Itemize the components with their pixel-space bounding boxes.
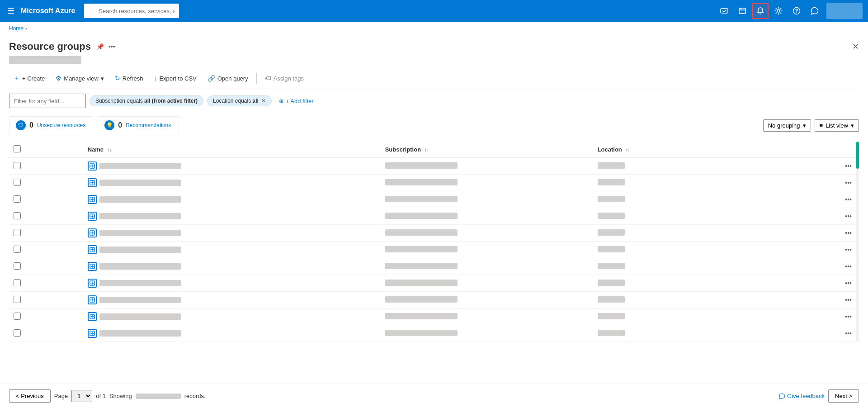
notifications-icon[interactable] <box>752 3 769 19</box>
row-name-blurred[interactable] <box>99 297 181 303</box>
pin-icon[interactable]: 📌 <box>95 42 105 51</box>
row-checkbox-4[interactable] <box>14 229 21 236</box>
refresh-button[interactable]: ↻ Refresh <box>110 72 148 85</box>
table-row: ••• <box>9 158 859 175</box>
filter-tag-location-close[interactable]: ✕ <box>261 98 266 104</box>
row-name-blurred[interactable] <box>99 330 181 337</box>
row-name-blurred[interactable] <box>99 196 181 203</box>
breadcrumb-home[interactable]: Home <box>9 25 24 32</box>
row-actions-button[interactable]: ••• <box>842 178 854 187</box>
name-sort-icon[interactable]: ↑↓ <box>107 147 112 152</box>
row-name-blurred[interactable] <box>99 180 181 186</box>
directory-icon[interactable] <box>734 3 750 19</box>
page-select[interactable]: 1 <box>71 390 92 402</box>
create-button[interactable]: ＋ + Create <box>9 71 49 85</box>
table-row: ••• <box>9 208 859 225</box>
table-row: ••• <box>9 325 859 342</box>
filter-tag-location[interactable]: Location equals all ✕ <box>207 95 272 106</box>
help-icon[interactable] <box>788 3 805 19</box>
total-pages: of 1 <box>96 393 106 399</box>
row-actions-button[interactable]: ••• <box>842 161 854 171</box>
export-csv-button[interactable]: ↓ Export to CSV <box>149 72 201 85</box>
recommend-card-icon: 💡 <box>104 120 114 130</box>
row-name-blurred[interactable] <box>99 213 181 219</box>
row-checkbox-9[interactable] <box>14 313 21 320</box>
search-wrapper: 🔍 <box>84 4 392 18</box>
view-label: List view <box>826 122 848 129</box>
location-column-header[interactable]: Location ↑↓ <box>593 142 763 158</box>
recommendations-card[interactable]: 💡 0 Recommendations <box>98 116 179 134</box>
subtitle-bar <box>9 56 81 64</box>
settings-icon[interactable] <box>770 3 787 19</box>
row-checkbox-6[interactable] <box>14 262 21 270</box>
row-checkbox-1[interactable] <box>14 179 21 186</box>
grouping-dropdown[interactable]: No grouping ▾ <box>763 119 811 132</box>
open-query-button[interactable]: 🔗 Open query <box>203 72 253 85</box>
manage-view-button[interactable]: ⚙ Manage view ▾ <box>51 72 108 85</box>
row-name-blurred[interactable] <box>99 230 181 236</box>
row-actions-button[interactable]: ••• <box>842 312 854 321</box>
row-checkbox-7[interactable] <box>14 279 21 286</box>
resource-icon <box>88 178 97 187</box>
row-actions-button[interactable]: ••• <box>842 228 854 237</box>
previous-button[interactable]: < Previous <box>9 389 51 403</box>
row-actions-button[interactable]: ••• <box>842 262 854 271</box>
row-name-blurred[interactable] <box>99 280 181 286</box>
assign-tags-button[interactable]: 🏷 Assign tags <box>260 72 308 85</box>
row-actions-button[interactable]: ••• <box>842 212 854 221</box>
row-name-blurred[interactable] <box>99 263 181 270</box>
row-name-blurred[interactable] <box>99 163 181 169</box>
hamburger-menu[interactable]: ☰ <box>5 4 16 18</box>
toolbar: ＋ + Create ⚙ Manage view ▾ ↻ Refresh ↓ E… <box>9 68 859 89</box>
subscription-sort-icon[interactable]: ↑↓ <box>425 147 429 152</box>
cloud-shell-icon[interactable] <box>716 3 732 19</box>
location-sort-icon[interactable]: ↑↓ <box>625 147 630 152</box>
table-header-row: Name ↑↓ Subscription ↑↓ Location ↑↓ <box>9 142 859 158</box>
row-checkbox-8[interactable] <box>14 296 21 303</box>
user-avatar[interactable] <box>826 3 863 19</box>
select-all-checkbox[interactable] <box>14 145 21 152</box>
row-name-cell <box>88 161 376 171</box>
search-input[interactable] <box>84 4 179 18</box>
filter-tag-subscription[interactable]: Subscription equals all (from active fil… <box>90 95 203 106</box>
row-checkbox-3[interactable] <box>14 212 21 219</box>
scrollbar-track[interactable] <box>856 142 859 342</box>
select-all-header[interactable] <box>9 142 83 158</box>
row-location-blurred <box>598 280 625 286</box>
unsecure-label[interactable]: Unsecure resources <box>37 122 85 128</box>
add-filter-button[interactable]: ⊕ + Add filter <box>275 96 317 106</box>
row-name-cell <box>88 279 376 288</box>
resource-icon <box>88 195 97 204</box>
pagination-bar: < Previous Page 1 of 1 Showing records. … <box>0 384 868 407</box>
feedback-icon[interactable] <box>807 3 823 19</box>
row-actions-button[interactable]: ••• <box>842 245 854 254</box>
grouping-chevron: ▾ <box>803 122 806 129</box>
row-subscription-blurred <box>385 330 458 336</box>
close-button[interactable]: ✕ <box>852 42 859 52</box>
row-name-cell <box>88 329 376 338</box>
unsecure-resources-card[interactable]: 🛡 0 Unsecure resources <box>9 116 92 134</box>
row-checkbox-0[interactable] <box>14 162 21 169</box>
view-dropdown[interactable]: ≡ List view ▾ <box>815 119 859 132</box>
scrollbar-thumb[interactable] <box>856 142 859 169</box>
name-column-header[interactable]: Name ↑↓ <box>83 142 381 158</box>
row-actions-button[interactable]: ••• <box>842 195 854 204</box>
toolbar-divider <box>256 73 257 84</box>
filter-input[interactable] <box>9 94 86 108</box>
row-actions-button[interactable]: ••• <box>842 295 854 304</box>
row-name-blurred[interactable] <box>99 247 181 253</box>
row-actions-button[interactable]: ••• <box>842 329 854 338</box>
table-row: ••• <box>9 175 859 191</box>
row-actions-button[interactable]: ••• <box>842 279 854 288</box>
subscription-column-header[interactable]: Subscription ↑↓ <box>381 142 593 158</box>
row-location-blurred <box>598 246 625 252</box>
next-button[interactable]: Next > <box>828 389 859 403</box>
feedback-button[interactable]: Give feedback <box>779 393 825 399</box>
row-name-blurred[interactable] <box>99 313 181 320</box>
row-checkbox-5[interactable] <box>14 246 21 253</box>
more-options-icon[interactable]: ••• <box>108 42 116 51</box>
recommend-label[interactable]: Recommendations <box>126 122 171 128</box>
row-subscription-blurred <box>385 280 458 286</box>
row-checkbox-10[interactable] <box>14 329 21 337</box>
row-checkbox-2[interactable] <box>14 195 21 203</box>
